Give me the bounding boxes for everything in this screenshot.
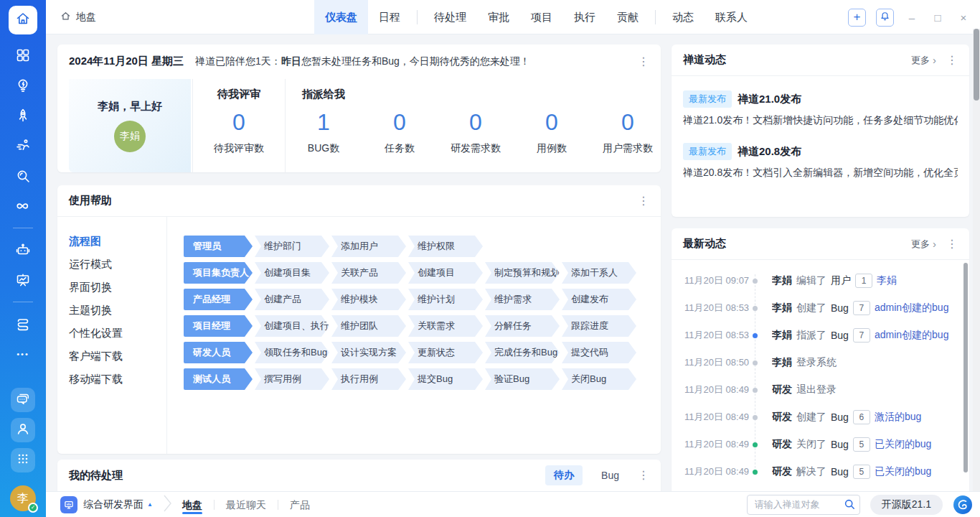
user-avatar[interactable]: 李 ✓ — [10, 485, 36, 511]
window-scrollbar[interactable] — [973, 29, 980, 491]
help-menu-flowchart[interactable]: 流程图 — [69, 230, 166, 253]
tab-calendar[interactable]: 日程 — [368, 0, 411, 34]
flow-role-chip[interactable]: 管理员 — [184, 236, 253, 257]
workspace-icon[interactable] — [60, 496, 77, 513]
search-icon[interactable] — [843, 498, 856, 513]
activity-link[interactable]: 李娟 — [877, 274, 897, 287]
flow-role-chip[interactable]: 研发人员 — [184, 342, 253, 363]
rocket-icon[interactable] — [9, 103, 37, 128]
tab-dashboard[interactable]: 仪表盘 — [314, 0, 368, 34]
flow-step-chip[interactable]: 维护部门 — [255, 236, 329, 257]
help-menu-ui-switch[interactable]: 界面切换 — [69, 276, 166, 299]
stat-bug-count[interactable]: 1 BUG数 — [286, 105, 362, 155]
flow-step-chip[interactable]: 制定预算和规划 — [485, 262, 560, 284]
sprint-icon[interactable] — [9, 134, 37, 158]
kebab-menu-icon[interactable]: ⋮ — [946, 55, 958, 66]
flow-step-chip[interactable]: 维护模块 — [331, 289, 406, 310]
flow-step-chip[interactable]: 领取任务和Bug — [255, 342, 329, 363]
help-menu-mode[interactable]: 运行模式 — [69, 253, 166, 276]
stat-story-count[interactable]: 0 研发需求数 — [438, 105, 514, 155]
flow-step-chip[interactable]: 维护团队 — [331, 315, 406, 337]
devops-icon[interactable] — [9, 194, 37, 218]
flow-step-chip[interactable]: 完成任务和Bug — [485, 342, 560, 363]
flow-step-chip[interactable]: 关联产品 — [331, 262, 406, 284]
activity-link[interactable]: 已关闭的bug — [875, 438, 931, 451]
tab-todo[interactable]: 待处理 — [423, 0, 477, 34]
flow-step-chip[interactable]: 创建项目集 — [255, 262, 329, 284]
news-item-title[interactable]: 禅道21.0发布 — [738, 93, 801, 106]
notification-button[interactable] — [876, 9, 894, 27]
idea-icon[interactable] — [9, 73, 37, 98]
home-button[interactable] — [9, 6, 37, 34]
help-menu-mobile-download[interactable]: 移动端下载 — [69, 368, 166, 391]
activity-link[interactable]: 已关闭的bug — [875, 465, 931, 478]
kebab-menu-icon[interactable]: ⋮ — [638, 56, 649, 67]
flow-step-chip[interactable]: 维护计划 — [408, 289, 483, 310]
kebab-menu-icon[interactable]: ⋮ — [946, 238, 958, 250]
stat-case-count[interactable]: 0 用例数 — [514, 105, 590, 155]
flow-step-chip[interactable]: 设计实现方案 — [331, 342, 406, 363]
zentao-logo-icon[interactable] — [953, 495, 973, 515]
help-menu-theme[interactable]: 主题切换 — [69, 299, 166, 322]
flow-step-chip[interactable]: 创建产品 — [255, 289, 329, 310]
quick-create-button[interactable]: + — [848, 9, 866, 27]
todo-tab-bug[interactable]: Bug — [593, 466, 628, 485]
flow-step-chip[interactable]: 提交Bug — [408, 368, 483, 390]
report-icon[interactable] — [9, 268, 37, 292]
tab-dynamic[interactable]: 动态 — [661, 0, 705, 34]
flow-step-chip[interactable]: 执行用例 — [331, 368, 406, 390]
news-item-title[interactable]: 禅道20.8发布 — [738, 145, 801, 159]
flow-role-chip[interactable]: 项目集负责人 — [184, 262, 253, 284]
flow-step-chip[interactable]: 分解任务 — [485, 315, 560, 337]
activity-more-link[interactable]: 更多› — [911, 238, 936, 251]
chat-button[interactable] — [11, 388, 35, 412]
flow-step-chip[interactable]: 维护权限 — [408, 236, 483, 257]
workspace-dropdown-icon[interactable]: ▲ — [147, 501, 153, 508]
flow-role-chip[interactable]: 测试人员 — [184, 368, 253, 390]
bottom-tab-dipan[interactable]: 地盘 — [179, 492, 205, 517]
flow-step-chip[interactable]: 创建发布 — [562, 289, 636, 310]
flow-step-chip[interactable]: 维护需求 — [485, 289, 560, 310]
more-icon[interactable]: ••• — [9, 342, 37, 366]
activity-link[interactable]: 激活的bug — [875, 411, 921, 424]
launcher-button[interactable] — [11, 448, 35, 472]
tab-project[interactable]: 项目 — [520, 0, 563, 34]
flow-step-chip[interactable]: 添加用户 — [331, 236, 406, 257]
flow-step-chip[interactable]: 跟踪进度 — [562, 315, 636, 337]
activity-link[interactable]: admin创建的bug — [875, 302, 949, 315]
kebab-menu-icon[interactable]: ⋮ — [638, 470, 649, 481]
user-button[interactable] — [11, 418, 35, 442]
flow-step-chip[interactable]: 添加干系人 — [562, 262, 636, 284]
breadcrumb[interactable]: 地盘 — [60, 0, 96, 34]
stat-review-count[interactable]: 0 待我评审数 — [193, 105, 285, 155]
todo-tab-todo[interactable]: 待办 — [545, 465, 583, 485]
bottom-tab-product[interactable]: 产品 — [287, 492, 313, 517]
stat-requirement-count[interactable]: 0 用户需求数 — [590, 105, 666, 155]
robot-icon[interactable] — [9, 238, 37, 262]
stat-task-count[interactable]: 0 任务数 — [362, 105, 438, 155]
tab-contacts[interactable]: 联系人 — [705, 0, 758, 34]
search-icon[interactable] — [9, 164, 37, 188]
flow-step-chip[interactable]: 撰写用例 — [255, 368, 329, 390]
version-button[interactable]: 开源版21.1 — [870, 495, 943, 515]
tab-review[interactable]: 审批 — [477, 0, 520, 34]
flow-step-chip[interactable]: 关闭Bug — [562, 368, 636, 390]
flow-step-chip[interactable]: 创建项目 — [408, 262, 483, 284]
tab-execution[interactable]: 执行 — [563, 0, 606, 34]
flow-step-chip[interactable]: 提交代码 — [562, 342, 636, 363]
bottom-tab-recent-chat[interactable]: 最近聊天 — [223, 492, 269, 517]
apps-icon[interactable] — [9, 43, 37, 67]
tab-contribution[interactable]: 贡献 — [606, 0, 649, 34]
flow-step-chip[interactable]: 创建项目、执行 — [255, 315, 329, 337]
workspace-name[interactable]: 综合研发界面 — [83, 498, 143, 511]
close-button[interactable]: × — [956, 11, 971, 24]
flow-step-chip[interactable]: 关联需求 — [408, 315, 483, 337]
stack-icon[interactable] — [9, 312, 37, 336]
help-menu-personalize[interactable]: 个性化设置 — [69, 322, 166, 345]
flow-step-chip[interactable]: 更新状态 — [408, 342, 483, 363]
news-more-link[interactable]: 更多› — [911, 54, 936, 67]
window-scrollbar-thumb[interactable] — [974, 29, 979, 101]
activity-scrollbar[interactable] — [963, 263, 968, 472]
activity-link[interactable]: admin创建的bug — [875, 329, 949, 342]
maximize-button[interactable]: □ — [930, 11, 946, 24]
